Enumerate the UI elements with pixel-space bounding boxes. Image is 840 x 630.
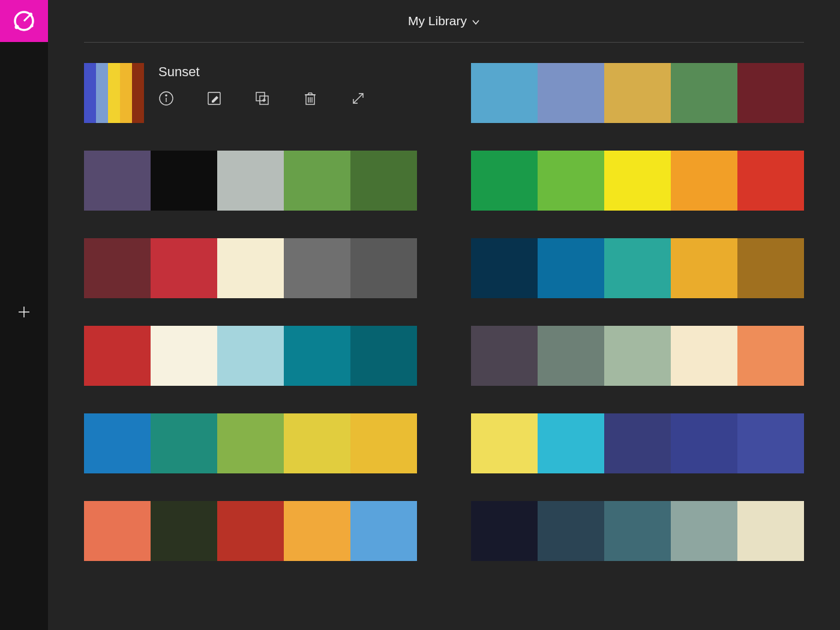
swatch xyxy=(604,326,671,386)
swatch xyxy=(671,501,737,561)
swatch xyxy=(671,413,737,473)
chevron-down-icon xyxy=(472,18,480,26)
swatch xyxy=(671,63,737,123)
svg-rect-11 xyxy=(256,92,265,101)
swatch xyxy=(604,413,671,473)
swatch xyxy=(350,151,417,211)
swatch xyxy=(132,63,144,123)
swatch xyxy=(471,238,538,298)
expand-button[interactable] xyxy=(350,91,366,106)
swatch xyxy=(671,326,737,386)
app-logo[interactable] xyxy=(0,0,48,42)
svg-line-23 xyxy=(353,94,363,103)
svg-point-3 xyxy=(31,25,34,28)
library-dropdown[interactable]: My Library xyxy=(408,14,480,28)
swatch xyxy=(737,238,804,298)
swatch xyxy=(538,413,604,473)
swatch xyxy=(350,501,417,561)
swatch xyxy=(217,238,284,298)
swatch xyxy=(284,151,350,211)
swatch xyxy=(284,501,350,561)
swatch xyxy=(604,501,671,561)
swatch xyxy=(604,238,671,298)
swatch xyxy=(96,63,108,123)
palette-item[interactable] xyxy=(84,413,417,473)
header: My Library xyxy=(84,0,804,42)
swatch xyxy=(471,501,538,561)
delete-button-svg xyxy=(302,91,318,106)
swatch xyxy=(737,501,804,561)
selected-meta: Sunset xyxy=(158,63,417,106)
palette-item[interactable] xyxy=(471,63,804,123)
swatch xyxy=(151,413,217,473)
swatch xyxy=(471,326,538,386)
svg-point-8 xyxy=(165,94,167,97)
palette-item[interactable] xyxy=(471,413,804,473)
duplicate-button-svg xyxy=(254,91,270,106)
swatch xyxy=(471,413,538,473)
edit-button-svg xyxy=(206,91,222,106)
add-button[interactable] xyxy=(0,294,48,330)
edit-button[interactable] xyxy=(206,91,222,106)
swatch xyxy=(217,413,284,473)
palette-item[interactable] xyxy=(471,238,804,298)
swatch xyxy=(350,238,417,298)
main-panel: My Library Sunset xyxy=(48,0,840,630)
swatch xyxy=(84,151,151,211)
swatch xyxy=(151,151,217,211)
palette-item[interactable] xyxy=(471,151,804,211)
palette-item[interactable] xyxy=(471,326,804,386)
swatch xyxy=(538,63,604,123)
swatch xyxy=(151,238,217,298)
swatch xyxy=(108,63,120,123)
header-divider xyxy=(84,42,804,43)
palette-grid: Sunset xyxy=(84,63,804,561)
palette-item[interactable] xyxy=(84,326,417,386)
swatch xyxy=(84,501,151,561)
action-row xyxy=(158,91,417,106)
selected-palette: Sunset xyxy=(84,63,417,123)
swatch xyxy=(604,63,671,123)
swatch xyxy=(671,238,737,298)
swatch xyxy=(471,151,538,211)
swatch xyxy=(84,326,151,386)
swatch xyxy=(284,326,350,386)
svg-line-4 xyxy=(24,14,31,21)
swatch xyxy=(151,501,217,561)
sidebar xyxy=(0,0,48,630)
palette-item[interactable] xyxy=(471,501,804,561)
info-button[interactable] xyxy=(158,91,174,106)
duplicate-button[interactable] xyxy=(254,91,270,106)
swatch xyxy=(284,238,350,298)
swatch xyxy=(84,238,151,298)
swatch xyxy=(217,501,284,561)
swatch xyxy=(84,63,96,123)
delete-button[interactable] xyxy=(302,91,318,106)
palette-item[interactable] xyxy=(84,151,417,211)
selected-title: Sunset xyxy=(158,64,417,80)
palette-item[interactable] xyxy=(84,238,417,298)
swatch xyxy=(538,326,604,386)
selected-palette-thumb[interactable] xyxy=(84,63,144,123)
swatch xyxy=(84,413,151,473)
swatch xyxy=(737,151,804,211)
swatch xyxy=(737,413,804,473)
swatch xyxy=(538,238,604,298)
expand-button-svg xyxy=(350,91,366,106)
swatch xyxy=(217,151,284,211)
swatch xyxy=(284,413,350,473)
swatch xyxy=(737,326,804,386)
swatch xyxy=(604,151,671,211)
swatch xyxy=(217,326,284,386)
plus-icon xyxy=(17,305,31,319)
swatch xyxy=(120,63,132,123)
swatch xyxy=(350,326,417,386)
swatch xyxy=(350,413,417,473)
palette-item[interactable] xyxy=(84,501,417,561)
color-wheel-icon xyxy=(11,8,37,34)
swatch xyxy=(538,501,604,561)
swatch xyxy=(151,326,217,386)
swatch xyxy=(538,151,604,211)
swatch xyxy=(671,151,737,211)
info-button-svg xyxy=(158,91,174,106)
